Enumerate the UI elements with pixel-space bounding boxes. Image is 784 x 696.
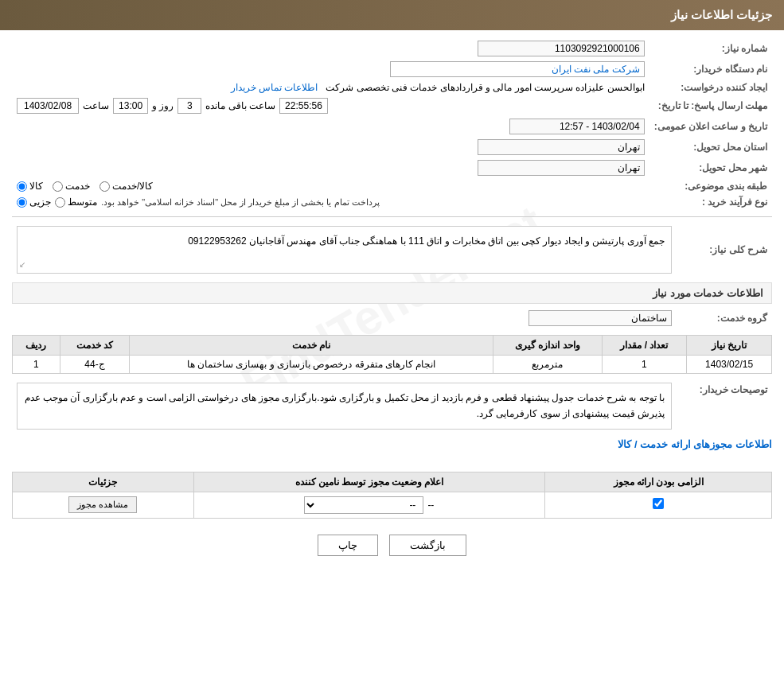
col-name: نام خدمت [130, 336, 493, 356]
process-motevaset-radio[interactable] [55, 197, 65, 208]
request-number-label: شماره نیاز: [649, 38, 772, 59]
buyer-notes-label: توصیحات خریدار: [677, 380, 772, 432]
divider-1 [12, 216, 772, 217]
days-value: 3 [177, 98, 201, 114]
category-kala-label: کالا [29, 181, 43, 192]
buyer-label: نام دستگاه خریدار: [649, 59, 772, 80]
buyer-notes-box: با توجه به شرح خدمات جدول پیشنهاد قطعی و… [17, 383, 672, 430]
row-code: ج-44 [60, 356, 130, 374]
view-permit-button[interactable]: مشاهده مجوز [68, 496, 137, 513]
services-section-title: اطلاعات خدمات مورد نیاز [12, 282, 772, 304]
permit-table: الزامی بودن ارائه مجوز اعلام وضعیت مجوز … [12, 472, 772, 519]
footer-buttons: بازگشت چاپ [12, 535, 772, 556]
service-group-label: گروه خدمت: [677, 308, 772, 329]
service-group-table: گروه خدمت: [12, 308, 772, 329]
row-num: 1 [13, 356, 60, 374]
response-deadline-label: مهلت ارسال پاسخ: تا تاریخ: [649, 95, 772, 116]
process-label: نوع فرآیند خرید : [649, 194, 772, 210]
request-number-input[interactable] [478, 41, 645, 56]
category-khedmat-label: خدمت [65, 181, 90, 192]
days-label: روز و [152, 100, 174, 111]
description-label: شرح کلی نیاز: [677, 224, 772, 276]
service-group-input[interactable] [529, 310, 672, 326]
process-note: پرداخت تمام یا بخشی از مبلغ خریدار از مح… [101, 197, 380, 208]
creator-label: ایجاد کننده درخواست: [649, 80, 772, 95]
time-value: 13:00 [113, 98, 148, 114]
col-code: کد خدمت [60, 336, 130, 356]
col-row: ردیف [13, 336, 60, 356]
buyer-input[interactable] [390, 61, 645, 77]
header-title: جزئیات اطلاعات نیاز [671, 8, 772, 21]
description-value: جمع آوری پارتیشن و ایجاد دیوار کچی بین ا… [188, 235, 665, 247]
city-label: شهر محل تحویل: [649, 157, 772, 178]
row-service-name: انجام کارهای متفرقه درخصوص بازسازی و بهس… [130, 356, 493, 374]
contact-link[interactable]: اطلاعات تماس خریدار [231, 82, 318, 93]
creator-value: ابوالحسن علیزاده سرپرست امور مالی و قرار… [326, 82, 644, 93]
date-input[interactable] [509, 119, 645, 134]
col-date: تاریخ نیاز [687, 336, 772, 356]
response-date: 1403/02/08 [17, 98, 79, 114]
remaining-time: 22:55:56 [279, 98, 328, 114]
category-label: طبقه بندی موضوعی: [649, 178, 772, 194]
permit-section-link[interactable]: اطلاعات مجوزهای ارائه خدمت / کالا [618, 438, 772, 450]
permit-status-select[interactable]: -- [304, 496, 423, 514]
col-unit: واحد اندازه گیری [493, 336, 602, 356]
time-label: ساعت [83, 100, 109, 111]
permit-status-value: -- [427, 500, 434, 511]
hours-label: ساعت باقی مانده [205, 100, 275, 111]
process-jazee-label: جزیی [29, 196, 51, 208]
permit-row: -- -- مشاهده مجوز [13, 492, 772, 518]
perm-col-required: الزامی بودن ارائه مجوز [545, 472, 772, 492]
row-quantity: 1 [602, 356, 687, 374]
description-table: شرح کلی نیاز: جمع آوری پارتیشن و ایجاد د… [12, 224, 772, 276]
perm-col-status: اعلام وضعیت مجوز توسط نامین کننده [193, 472, 544, 492]
province-label: استان محل تحویل: [649, 137, 772, 157]
category-kala-khedmat-radio[interactable] [99, 181, 110, 192]
table-row: 1403/02/15 1 مترمربع انجام کارهای متفرقه… [13, 356, 772, 374]
city-input[interactable] [478, 160, 645, 176]
main-info-table: شماره نیاز: نام دستگاه خریدار: ایجاد کنن… [12, 38, 772, 210]
category-khedmat-radio[interactable] [53, 181, 63, 192]
page-header: جزئیات اطلاعات نیاز [0, 0, 784, 30]
row-date: 1403/02/15 [687, 356, 772, 374]
permit-required-checkbox[interactable] [653, 498, 664, 509]
process-motevaset-label: متوسط [68, 196, 97, 208]
description-box: جمع آوری پارتیشن و ایجاد دیوار کچی بین ا… [17, 226, 672, 274]
buyer-notes-value: با توجه به شرح خدمات جدول پیشنهاد قطعی و… [25, 392, 665, 419]
province-input[interactable] [478, 139, 645, 155]
row-unit: مترمربع [493, 356, 602, 374]
col-quantity: تعداد / مقدار [602, 336, 687, 356]
back-button[interactable]: بازگشت [389, 535, 466, 556]
category-kala-radio[interactable] [17, 181, 27, 192]
permit-section-title: اطلاعات مجوزهای ارائه خدمت / کالا [12, 438, 772, 450]
services-table: تاریخ نیاز تعداد / مقدار واحد اندازه گیر… [12, 335, 772, 374]
date-label: تاریخ و ساعت اعلان عمومی: [649, 116, 772, 137]
buyer-notes-table: توصیحات خریدار: با توجه به شرح خدمات جدو… [12, 380, 772, 432]
process-jazee-radio[interactable] [17, 197, 27, 208]
perm-col-details: جزئیات [13, 472, 194, 492]
print-button[interactable]: چاپ [318, 535, 378, 556]
category-kala-khedmat-label: کالا/خدمت [112, 181, 153, 192]
